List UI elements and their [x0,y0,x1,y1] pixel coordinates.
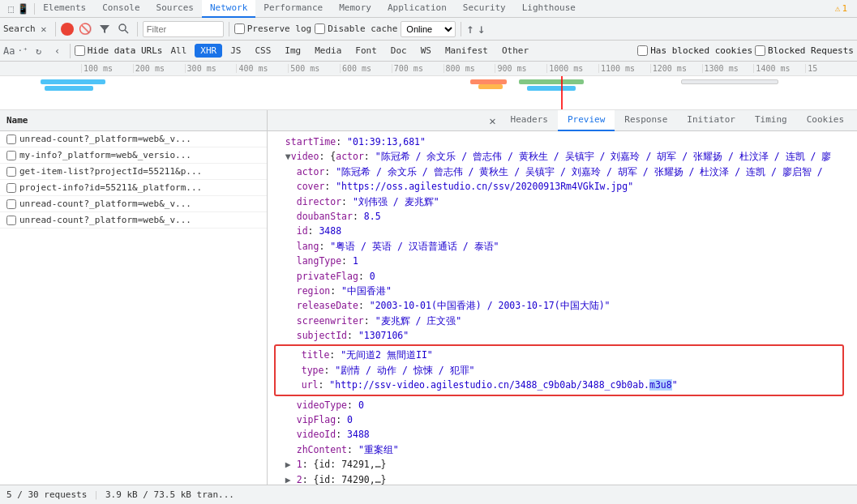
request-row-3[interactable]: project-info?id=55211&_platform... [0,180,267,196]
tick-100: 100 ms [81,64,133,73]
tab-preview[interactable]: Preview [558,110,615,131]
blocked-requests-checkbox[interactable] [755,45,765,56]
disable-cache-checkbox[interactable] [315,23,325,34]
download-icon[interactable]: ↓ [478,21,486,36]
preserve-log-checkbox[interactable] [234,23,245,34]
network-status-select[interactable]: Online Offline Slow 3G Fast 3G [401,21,456,37]
has-blocked-cookies-checkbox[interactable] [637,45,648,56]
hide-data-urls-label[interactable]: Hide data URLs [75,45,163,56]
req-checkbox-3[interactable] [6,183,16,193]
request-list: Name unread-count?_platform=web&_v... my… [0,110,268,485]
req-name-2: get-item-list?projectId=55211&p... [19,166,260,177]
hide-data-urls-checkbox[interactable] [75,45,85,56]
req-name-1: my-info?_platform=web&_versio... [19,150,260,160]
timeline-bar-5 [519,79,584,84]
warning-badge: ⚠ 1 [829,3,854,14]
search-icon[interactable] [116,21,132,37]
tab-console[interactable]: Console [94,0,148,18]
device-icon[interactable]: 📱 [17,3,29,15]
json-actor: actor: "陈冠希 / 余文乐 / 曾志伟 / 黄秋生 / 吴镇宇 / 刘嘉… [274,164,851,179]
status-bar: 5 / 30 requests | 3.9 kB / 73.5 kB tran.… [0,485,857,504]
hide-data-urls-text: Hide data URLs [88,45,163,56]
tab-cookies[interactable]: Cookies [797,110,854,131]
close-panel-icon[interactable]: ✕ [485,113,501,129]
timeline-bar-7 [681,79,778,84]
filter-other-btn[interactable]: Other [496,44,534,58]
req-checkbox-5[interactable] [6,216,16,225]
tick-1300: 1300 ms [702,64,754,73]
tab-sources[interactable]: Sources [148,0,202,18]
timeline-bar-1 [41,79,105,84]
font-aa-icon[interactable]: ·⁺ [17,45,28,56]
json-item1: ▶ 1: {id: 74291,…} [274,457,851,472]
tick-400: 400 ms [236,64,288,73]
json-viewer[interactable]: startTime: "01:39:13,681" ▼video: {actor… [268,131,857,485]
filter-manifest-btn[interactable]: Manifest [439,44,494,58]
req-checkbox-2[interactable] [6,167,16,177]
tab-application[interactable]: Application [379,0,455,18]
filter-font-btn[interactable]: Font [349,44,383,58]
json-doubanstar: doubanStar: 8.5 [274,209,851,224]
req-checkbox-4[interactable] [6,199,16,209]
tab-elements[interactable]: Elements [35,0,94,18]
disable-cache-label[interactable]: Disable cache [315,23,397,34]
filter-all-btn[interactable]: All [165,44,192,58]
request-list-header: Name [0,110,267,131]
timeline-ruler: 100 ms 200 ms 300 ms 400 ms 500 ms 600 m… [0,62,857,76]
filter-ws-btn[interactable]: WS [415,44,437,58]
req-checkbox-0[interactable] [6,135,16,144]
upload-icon[interactable]: ↑ [466,21,474,36]
svg-point-0 [119,24,126,31]
tab-response[interactable]: Response [615,110,677,131]
tab-network[interactable]: Network [202,0,255,18]
filter-js-btn[interactable]: JS [225,44,246,58]
request-row-2[interactable]: get-item-list?projectId=55211&p... [0,164,267,180]
request-row-0[interactable]: unread-count?_platform=web&_v... [0,131,267,147]
req-checkbox-1[interactable] [6,151,16,160]
tab-memory[interactable]: Memory [331,0,379,18]
filter-media-btn[interactable]: Media [309,44,347,58]
search-close-icon[interactable]: ✕ [37,23,50,36]
tick-700: 700 ms [392,64,443,73]
tab-performance[interactable]: Performance [255,0,331,18]
timeline-cursor [561,76,563,110]
search-label: Search [3,23,36,34]
filter-css-btn[interactable]: CSS [249,44,276,58]
request-row-4[interactable]: unread-count?_platform=web&_v... [0,196,267,212]
tab-security[interactable]: Security [455,0,514,18]
tab-initiator[interactable]: Initiator [677,110,745,131]
record-button[interactable] [61,23,74,36]
refresh-icon[interactable]: ↻ [31,43,47,59]
blocked-requests-label[interactable]: Blocked Requests [755,45,854,56]
json-videoid: videoId: 3488 [274,427,851,442]
json-type: type: "剧情 / 动作 / 惊悚 / 犯罪" [279,363,839,378]
back-icon[interactable]: ‹ [49,43,66,59]
filter-input[interactable] [143,21,224,37]
filter-xhr-btn[interactable]: XHR [195,44,222,58]
tick-900: 900 ms [495,64,546,73]
filter-doc-btn[interactable]: Doc [385,44,413,58]
tick-1400: 1400 ms [753,64,805,73]
tab-lighthouse[interactable]: Lighthouse [514,0,584,18]
has-blocked-cookies-label[interactable]: Has blocked cookies [637,45,752,56]
json-starttime: startTime: "01:39:13,681" [274,135,851,149]
preserve-log-label[interactable]: Preserve log [234,23,311,34]
devtools-icons: ⬚ 📱 [3,3,35,15]
json-releasedate: releaseDate: "2003-10-01(中国香港) / 2003-10… [274,298,851,313]
req-name-5: unread-count?_platform=web&_v... [19,215,260,225]
request-row-5[interactable]: unread-count?_platform=web&_v... [0,212,267,229]
json-video-open: ▼video: {actor: "陈冠希 / 余文乐 / 曾志伟 / 黄秋生 /… [274,149,851,164]
tick-800: 800 ms [443,64,495,73]
json-id: id: 3488 [274,224,851,238]
filter-icon[interactable] [96,21,113,37]
tab-timing[interactable]: Timing [745,110,797,131]
transfer-size: 3.9 kB / 73.5 kB tran... [105,489,234,500]
tick-1100: 1100 ms [598,64,650,73]
clear-button[interactable]: 🚫 [77,21,93,37]
tab-headers[interactable]: Headers [501,110,558,131]
detail-panel: ✕ Headers Preview Response Initiator Tim… [268,110,857,485]
separator-1 [55,22,56,36]
filter-img-btn[interactable]: Img [279,44,306,58]
inspect-icon[interactable]: ⬚ [8,3,14,15]
request-row-1[interactable]: my-info?_platform=web&_versio... [0,147,267,164]
